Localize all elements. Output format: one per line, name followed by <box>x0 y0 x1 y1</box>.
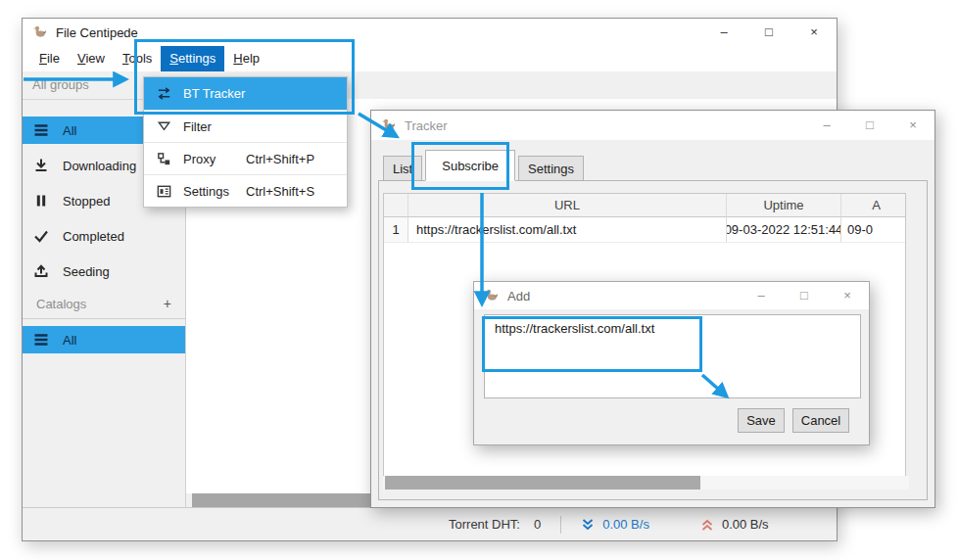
add-catalog-button[interactable]: + <box>164 296 171 311</box>
tracker-title-bar: Tracker – □ × <box>371 111 934 140</box>
uptime-cell: 09-03-2022 12:51:44 <box>727 217 841 243</box>
status-divider <box>560 516 561 534</box>
torrent-dht-label: Torrent DHT: <box>449 517 520 532</box>
upload-icon <box>32 262 50 280</box>
status-bar: Torrent DHT: 0 0.00 B/s 0.00 B/s <box>23 507 837 540</box>
maximize-button[interactable]: □ <box>746 19 791 46</box>
maximize-button[interactable]: □ <box>848 111 891 140</box>
tab-settings[interactable]: Settings <box>518 156 584 181</box>
menu-item-proxy[interactable]: Proxy Ctrl+Shift+P <box>144 142 347 174</box>
menu-bar: File View Tools Settings Help <box>23 46 837 71</box>
menu-item-label: Settings <box>183 184 229 199</box>
menu-item-file[interactable]: File <box>30 46 69 71</box>
pause-icon <box>32 192 50 210</box>
upload-speed-value: 0.00 B/s <box>722 517 769 532</box>
sidebar-item-label: Completed <box>63 229 124 244</box>
minimize-button[interactable]: – <box>740 282 783 309</box>
table-row[interactable]: 1 https://trackerslist.com/all.txt 09-03… <box>384 217 905 243</box>
table-header-row: URL Uptime A <box>384 194 905 217</box>
app-duck-icon <box>484 288 500 303</box>
menu-item-settings-dialog[interactable]: Settings Ctrl+Shift+S <box>144 174 347 207</box>
download-speed-value: 0.00 B/s <box>602 517 649 532</box>
menu-item-settings[interactable]: Settings <box>161 46 224 71</box>
check-icon <box>32 227 50 245</box>
cancel-button[interactable]: Cancel <box>792 408 849 433</box>
catalog-item-all[interactable]: All <box>23 326 185 353</box>
app-duck-icon <box>381 117 397 133</box>
menu-item-filter[interactable]: Filter <box>144 110 347 142</box>
sidebar-item-completed[interactable]: Completed <box>23 222 185 250</box>
menu-item-view[interactable]: View <box>69 46 114 71</box>
download-speed: 0.00 B/s <box>581 517 649 532</box>
save-button[interactable]: Save <box>738 408 785 433</box>
column-header-num[interactable] <box>384 194 408 217</box>
menu-icon <box>32 331 50 349</box>
sidebar-item-label: All <box>63 123 76 138</box>
add-title-bar: Add – □ × <box>474 282 869 309</box>
menu-item-label: Filter <box>183 119 212 134</box>
menu-item-tools[interactable]: Tools <box>114 46 161 71</box>
url-cell: https://trackerslist.com/all.txt <box>408 217 727 243</box>
proxy-icon <box>156 151 172 167</box>
added-cell: 09-0 <box>841 217 905 243</box>
tracker-window-controls: – □ × <box>805 111 934 140</box>
close-button[interactable]: × <box>791 19 837 46</box>
add-window-controls: – □ × <box>740 282 869 309</box>
sidebar-item-seeding[interactable]: Seeding <box>23 257 185 285</box>
menu-item-shortcut: Ctrl+Shift+S <box>246 184 314 199</box>
minimize-button[interactable]: – <box>805 111 848 140</box>
minimize-button[interactable]: – <box>701 19 746 46</box>
column-header-added[interactable]: A <box>841 194 905 217</box>
sidebar-divider <box>23 318 185 319</box>
settings-menu: BT Tracker Filter Proxy Ctrl+Shift+P Set… <box>143 76 348 208</box>
menu-icon <box>32 121 50 139</box>
catalog-item-label: All <box>63 333 76 348</box>
catalogs-row: Catalogs + <box>23 293 185 314</box>
tracker-url-input[interactable]: https://trackerslist.com/all.txt <box>484 314 861 398</box>
close-button[interactable]: × <box>891 111 934 140</box>
column-header-url[interactable]: URL <box>408 194 727 217</box>
scrollbar-thumb[interactable] <box>385 476 700 490</box>
tracker-window-title: Tracker <box>405 118 448 133</box>
menu-item-label: Proxy <box>183 152 216 166</box>
row-number-cell: 1 <box>384 217 408 243</box>
main-window-title: File Centipede <box>56 25 138 40</box>
menu-item-shortcut: Ctrl+Shift+P <box>246 152 314 166</box>
table-horizontal-scrollbar[interactable] <box>383 476 909 490</box>
main-window-controls: – □ × <box>701 19 837 46</box>
close-button[interactable]: × <box>826 282 869 309</box>
main-title-bar: File Centipede – □ × <box>23 19 837 46</box>
add-dialog-title: Add <box>507 289 530 303</box>
sidebar-item-label: Stopped <box>63 194 110 209</box>
column-header-uptime[interactable]: Uptime <box>727 194 841 217</box>
torrent-dht-value: 0 <box>534 517 541 532</box>
tab-subscribe[interactable]: Subscribe <box>425 150 515 181</box>
sidebar-item-label: Seeding <box>63 264 110 279</box>
desktop: File Centipede – □ × File View Tools Set… <box>0 0 958 560</box>
upload-speed: 0.00 B/s <box>700 517 769 532</box>
double-chevron-up-icon <box>700 518 714 532</box>
menu-item-bt-tracker[interactable]: BT Tracker <box>144 77 347 110</box>
download-icon <box>32 157 50 174</box>
menu-item-label: BT Tracker <box>183 86 245 101</box>
tab-list[interactable]: List <box>383 156 422 181</box>
group-filter-label: All groups <box>32 77 89 92</box>
catalogs-label: Catalogs <box>36 297 86 311</box>
app-duck-icon <box>32 24 48 40</box>
settings-icon <box>156 183 172 200</box>
maximize-button[interactable]: □ <box>783 282 826 309</box>
menu-item-help[interactable]: Help <box>224 46 268 71</box>
bt-tracker-icon <box>156 85 172 102</box>
filter-icon <box>156 118 172 135</box>
sidebar-item-label: Downloading <box>63 159 136 173</box>
double-chevron-down-icon <box>581 518 595 532</box>
add-dialog: Add – □ × https://trackerslist.com/all.t… <box>473 281 870 445</box>
tracker-tab-bar: List Subscribe Settings <box>383 150 587 181</box>
